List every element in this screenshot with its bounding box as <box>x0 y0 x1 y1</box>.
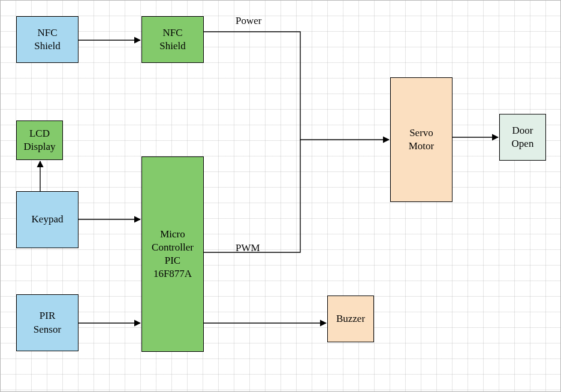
label-power: Power <box>236 15 261 27</box>
block-keypad: Keypad <box>16 191 79 248</box>
block-pir-sensor: PIR Sensor <box>16 294 79 351</box>
arrow-micro-to-pwm-junction <box>204 140 300 252</box>
block-nfc-shield-input: NFC Shield <box>16 16 79 63</box>
block-door-open: Door Open <box>499 114 546 161</box>
arrow-nfc-to-servo <box>204 32 389 140</box>
arrows-overlay <box>1 1 561 392</box>
label-pwm: PWM <box>236 242 260 254</box>
block-buzzer: Buzzer <box>327 295 374 342</box>
block-nfc-shield-module: NFC Shield <box>141 16 204 63</box>
block-servo-motor: Servo Motor <box>390 77 453 202</box>
block-lcd-display: LCD Display <box>16 120 63 160</box>
diagram-canvas: NFC Shield NFC Shield LCD Display Keypad… <box>0 0 561 392</box>
block-microcontroller: Micro Controller PIC 16F877A <box>141 156 204 352</box>
